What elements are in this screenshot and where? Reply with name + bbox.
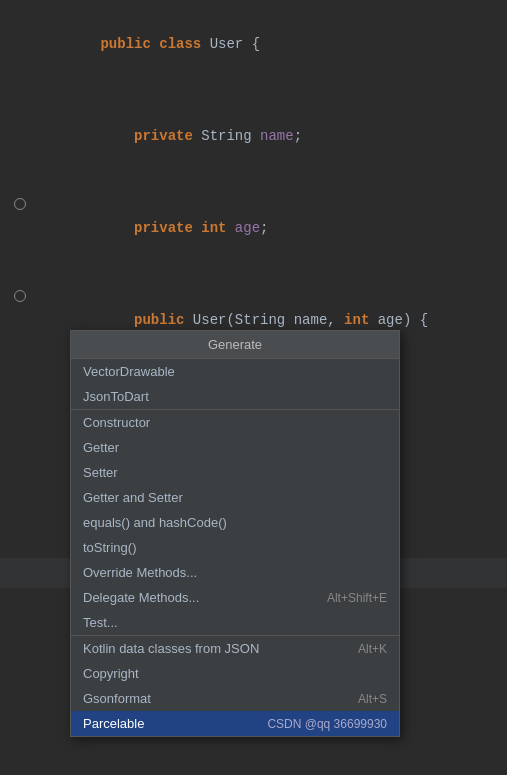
menu-item-setter-label: Setter [83, 465, 118, 480]
line-content-1: public class User { [40, 11, 507, 77]
field-name: name [260, 128, 294, 144]
keyword-public: public [100, 36, 159, 52]
line-content-2 [40, 79, 507, 101]
keyword-private2: private [134, 220, 201, 236]
menu-section-3: Kotlin data classes from JSON Alt+K Copy… [71, 636, 399, 736]
keyword-private: private [134, 128, 201, 144]
menu-item-setter[interactable]: Setter [71, 460, 399, 485]
menu-item-kotlin-json[interactable]: Kotlin data classes from JSON Alt+K [71, 636, 399, 661]
semicolon: ; [294, 128, 302, 144]
menu-item-parcelable-label: Parcelable [83, 716, 144, 731]
breakpoint-icon-7[interactable] [14, 290, 26, 302]
menu-section-1: VectorDrawable JsonToDart [71, 359, 399, 410]
code-line-3: private String name; [0, 102, 507, 170]
menu-item-vectordrawable[interactable]: VectorDrawable [71, 359, 399, 384]
code-line-5: private int age; [0, 194, 507, 262]
menu-item-equals-hashcode-label: equals() and hashCode() [83, 515, 227, 530]
keyword-int2: int [344, 312, 378, 328]
menu-item-constructor[interactable]: Constructor [71, 410, 399, 435]
menu-item-delegate-shortcut: Alt+Shift+E [327, 591, 387, 605]
indent [100, 220, 134, 236]
menu-section-2: Constructor Getter Setter Getter and Set… [71, 410, 399, 636]
menu-item-parcelable-shortcut: CSDN @qq 36699930 [267, 717, 387, 731]
param-name: name, [294, 312, 344, 328]
menu-item-getter-setter-label: Getter and Setter [83, 490, 183, 505]
menu-item-test-label: Test... [83, 615, 118, 630]
menu-item-gsonformat-shortcut: Alt+S [358, 692, 387, 706]
breakpoint-icon-5[interactable] [14, 198, 26, 210]
code-line-4 [0, 170, 507, 194]
keyword-class: class [159, 36, 209, 52]
line-content-4 [40, 171, 507, 193]
type-string2: String [235, 312, 294, 328]
constructor-name: User( [193, 312, 235, 328]
menu-item-constructor-label: Constructor [83, 415, 150, 430]
keyword-int: int [201, 220, 235, 236]
line-content-5: private int age; [40, 195, 507, 261]
menu-item-delegate-methods[interactable]: Delegate Methods... Alt+Shift+E [71, 585, 399, 610]
menu-item-override-methods[interactable]: Override Methods... [71, 560, 399, 585]
line-content-3: private String name; [40, 103, 507, 169]
menu-item-copyright[interactable]: Copyright [71, 661, 399, 686]
menu-item-tostring-label: toString() [83, 540, 136, 555]
menu-item-vectordrawable-label: VectorDrawable [83, 364, 175, 379]
menu-item-override-methods-label: Override Methods... [83, 565, 197, 580]
menu-item-getter-setter[interactable]: Getter and Setter [71, 485, 399, 510]
semicolon2: ; [260, 220, 268, 236]
code-line-2 [0, 78, 507, 102]
keyword-public2: public [134, 312, 193, 328]
menu-item-delegate-methods-label: Delegate Methods... [83, 590, 199, 605]
field-age: age [235, 220, 260, 236]
code-line-1: public class User { [0, 10, 507, 78]
gutter-7 [0, 290, 40, 302]
param-age: age) { [378, 312, 428, 328]
menu-item-kotlin-json-label: Kotlin data classes from JSON [83, 641, 259, 656]
class-name: User { [210, 36, 260, 52]
menu-item-equals-hashcode[interactable]: equals() and hashCode() [71, 510, 399, 535]
indent [100, 312, 134, 328]
menu-item-jsontodart[interactable]: JsonToDart [71, 384, 399, 409]
menu-item-parcelable[interactable]: Parcelable CSDN @qq 36699930 [71, 711, 399, 736]
menu-item-copyright-label: Copyright [83, 666, 139, 681]
menu-item-getter-label: Getter [83, 440, 119, 455]
line-content-6 [40, 263, 507, 285]
menu-item-jsontodart-label: JsonToDart [83, 389, 149, 404]
menu-item-gsonformat[interactable]: Gsonformat Alt+S [71, 686, 399, 711]
type-string: String [201, 128, 260, 144]
indent [100, 128, 134, 144]
menu-header: Generate [71, 331, 399, 359]
menu-item-test[interactable]: Test... [71, 610, 399, 635]
menu-item-tostring[interactable]: toString() [71, 535, 399, 560]
menu-item-getter[interactable]: Getter [71, 435, 399, 460]
generate-menu[interactable]: Generate VectorDrawable JsonToDart Const… [70, 330, 400, 737]
gutter-5 [0, 198, 40, 210]
code-line-6 [0, 262, 507, 286]
menu-item-gsonformat-label: Gsonformat [83, 691, 151, 706]
menu-item-kotlin-json-shortcut: Alt+K [358, 642, 387, 656]
